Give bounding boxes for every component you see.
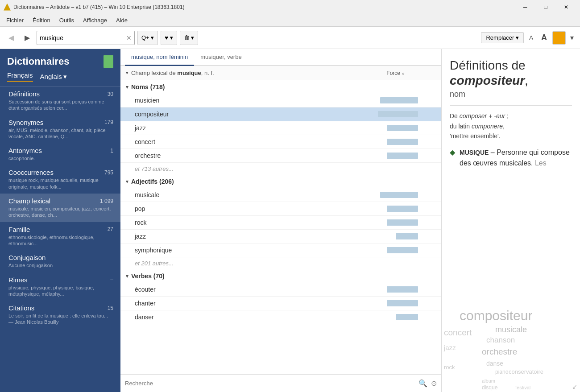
sidebar-item-famille[interactable]: Famille 27 ethnomusicologie, ethnomusico… (0, 222, 120, 251)
wc-rock: rock (444, 364, 455, 371)
sidebar-item-definitions[interactable]: Définitions 30 Succession de sons qui so… (0, 87, 120, 115)
def-separator (450, 105, 572, 106)
menu-fichier[interactable]: Fichier (2, 15, 28, 25)
item-bar (387, 139, 418, 145)
item-text: concert (135, 138, 387, 145)
remplacer-button[interactable]: Remplacer ▾ (481, 32, 524, 43)
item-bar (396, 233, 418, 239)
menu-edition[interactable]: Édition (28, 15, 55, 25)
item-text: orchestre (135, 152, 387, 159)
main-layout: Dictionnaires Français Anglais ▾ Définit… (0, 49, 580, 392)
list-item[interactable]: chanter (120, 297, 441, 310)
list-item[interactable]: musicien (120, 94, 441, 107)
list-item[interactable]: symphonique (120, 243, 441, 257)
search-icon[interactable]: 🔍 (418, 379, 427, 388)
section-noms[interactable]: ▾ Noms (718) (120, 80, 441, 94)
resize-handle[interactable]: ↙ (572, 383, 577, 390)
more-text-noms[interactable]: et 713 autres... (120, 163, 441, 175)
back-button[interactable]: ◀ (4, 31, 18, 45)
search-clear-button[interactable]: ✕ (126, 34, 132, 41)
list-item[interactable]: danser (120, 310, 441, 324)
list-item[interactable]: musicale (120, 188, 441, 202)
sidebar-item-header: Définitions 30 (8, 90, 113, 98)
item-text: pop (135, 205, 387, 212)
sidebar-item-antonymes[interactable]: Antonymes 1 cacophonie. (0, 143, 120, 165)
def-continuation: Les (535, 159, 547, 167)
wc-compositeur: compositeur (460, 308, 532, 323)
wc-concert: concert (444, 328, 472, 337)
sidebar-item-name: Définitions (8, 90, 40, 98)
sidebar-item-cooccurrences[interactable]: Cooccurrences 795 musique rock, musique … (0, 165, 120, 194)
list-col-header[interactable]: Force ⬦ (386, 70, 405, 76)
list-item[interactable]: écouter (120, 283, 441, 297)
list-search-input[interactable] (125, 380, 415, 387)
wc-disque: disque (482, 384, 498, 391)
item-text: compositeur (135, 111, 378, 118)
tab-musiquer-verbe[interactable]: musiquer, verbe (194, 49, 248, 66)
wc-conservatoire: conservatoire (509, 368, 543, 375)
filter-icon[interactable]: ⊙ (431, 379, 437, 388)
color-picker[interactable] (552, 31, 566, 45)
close-button[interactable]: ✕ (556, 0, 576, 14)
lang-english-button[interactable]: Anglais ▾ (40, 71, 67, 82)
def-etymology: De composer + -eur ; du latin componere,… (450, 111, 572, 141)
item-bar (387, 219, 418, 226)
section-verbes[interactable]: ▾ Verbes (70) (120, 269, 441, 283)
list-item[interactable]: rock (120, 216, 441, 230)
list-header-word: musique (177, 70, 201, 76)
sidebar-item-synonymes[interactable]: Synonymes 179 air, MUS. mélodie, chanson… (0, 115, 120, 144)
list-item-selected[interactable]: compositeur (120, 107, 441, 121)
item-text: rock (135, 219, 387, 226)
tab-musique-nom[interactable]: musique, nom féminin (125, 49, 194, 66)
list-header-arrow: ▾ (126, 70, 128, 76)
def-text: MUSIQUE – Personne qui compose des œuvre… (460, 147, 572, 169)
favorites-button[interactable]: ♥ ▾ (161, 31, 177, 45)
item-text: jazz (135, 124, 387, 132)
item-text: danser (135, 314, 396, 321)
list-item[interactable]: pop (120, 202, 441, 216)
more-text-adjectifs[interactable]: et 201 autres... (120, 257, 441, 269)
item-text: écouter (135, 286, 387, 293)
item-bar (378, 111, 418, 117)
window-controls[interactable]: ─ □ ✕ (515, 0, 576, 14)
list-header-text: Champ lexical de musique, n. f. (131, 70, 386, 76)
search-bottom: 🔍 ⊙ (120, 374, 441, 392)
wc-orchestre: orchestre (482, 347, 517, 356)
sidebar-title: Dictionnaires (7, 56, 69, 67)
list-area[interactable]: ▾ Champ lexical de musique, n. f. Force … (120, 66, 441, 374)
sidebar-item-citations[interactable]: Citations 15 Le soir, on fit de la musiq… (0, 301, 120, 329)
right-content: Définitions de compositeur, nom De compo… (442, 49, 580, 303)
menubar: Fichier Édition Outils Affichage Aide (0, 14, 580, 27)
item-text: jazz (135, 233, 396, 240)
menu-outils[interactable]: Outils (55, 15, 79, 25)
section-adjectifs[interactable]: ▾ Adjectifs (206) (120, 175, 441, 188)
lang-french-button[interactable]: Français (7, 71, 33, 82)
list-item[interactable]: concert (120, 135, 441, 149)
font-small-button[interactable]: A (526, 33, 536, 43)
def-label: MUSIQUE (460, 149, 489, 156)
word-cloud-svg: compositeur concert musicale chanson jaz… (442, 303, 580, 392)
def-title: Définitions de compositeur, (450, 58, 572, 88)
sidebar-lang: Français Anglais ▾ (0, 71, 120, 87)
menu-affichage[interactable]: Affichage (79, 15, 112, 25)
maximize-button[interactable]: □ (535, 0, 556, 14)
list-item[interactable]: jazz (120, 121, 441, 135)
menu-aide[interactable]: Aide (112, 15, 132, 25)
minimize-button[interactable]: ─ (515, 0, 535, 14)
history-button[interactable]: 🗑 ▾ (180, 31, 199, 45)
item-text: musicien (135, 97, 380, 104)
sidebar-item-champ-lexical[interactable]: Champ lexical 1 099 musicale, musicien, … (0, 194, 120, 222)
sidebar-item-rimes[interactable]: Rimes – physique, physique, physique, ba… (0, 272, 120, 301)
item-text: chanter (135, 300, 387, 307)
font-large-button[interactable]: A (539, 31, 550, 44)
forward-button[interactable]: ▶ (21, 31, 34, 45)
diamond-icon: ◆ (450, 148, 455, 157)
search-options-button[interactable]: Q+ ▾ (137, 31, 158, 45)
item-bar (387, 300, 418, 306)
color-dropdown-button[interactable]: ▾ (568, 31, 576, 45)
item-text: symphonique (135, 247, 387, 254)
list-item[interactable]: orchestre (120, 149, 441, 163)
sidebar-item-conjugaison[interactable]: Conjugaison Aucune conjugaison (0, 250, 120, 272)
search-input[interactable] (40, 34, 126, 41)
list-item[interactable]: jazz (120, 230, 441, 243)
